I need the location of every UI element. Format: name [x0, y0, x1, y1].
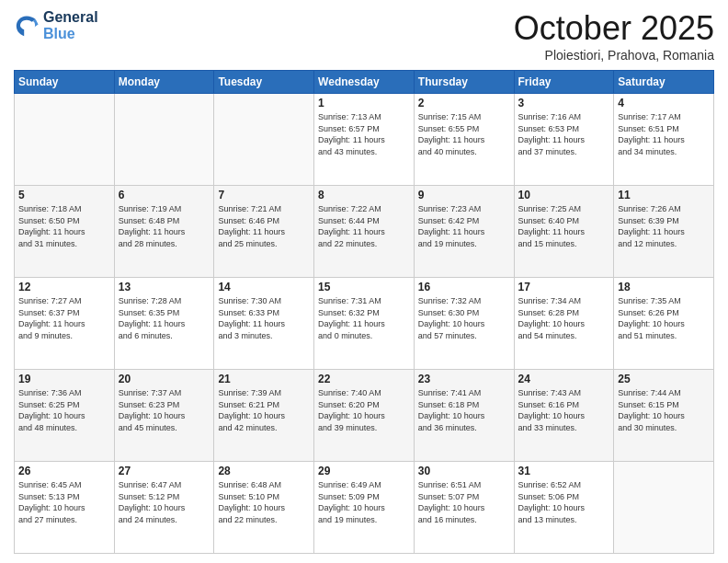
day-number: 16 [418, 281, 510, 293]
day-number: 12 [18, 281, 110, 293]
day-number: 17 [518, 281, 610, 293]
day-number: 1 [318, 97, 410, 109]
table-row: 2Sunrise: 7:15 AM Sunset: 6:55 PM Daylig… [414, 94, 514, 186]
table-row: 28Sunrise: 6:48 AM Sunset: 5:10 PM Dayli… [214, 462, 314, 554]
day-info: Sunrise: 7:19 AM Sunset: 6:48 PM Dayligh… [119, 203, 210, 249]
day-info: Sunrise: 7:23 AM Sunset: 6:42 PM Dayligh… [418, 203, 510, 249]
table-row [214, 94, 314, 186]
day-info: Sunrise: 7:39 AM Sunset: 6:21 PM Dayligh… [218, 387, 310, 433]
table-row: 14Sunrise: 7:30 AM Sunset: 6:33 PM Dayli… [214, 278, 314, 370]
table-row: 26Sunrise: 6:45 AM Sunset: 5:13 PM Dayli… [15, 462, 115, 554]
calendar-week-row: 12Sunrise: 7:27 AM Sunset: 6:37 PM Dayli… [15, 278, 714, 370]
day-info: Sunrise: 7:37 AM Sunset: 6:23 PM Dayligh… [119, 387, 210, 433]
day-number: 3 [518, 97, 610, 109]
day-number: 15 [318, 281, 410, 293]
day-number: 13 [119, 281, 210, 293]
table-row: 22Sunrise: 7:40 AM Sunset: 6:20 PM Dayli… [314, 370, 415, 462]
table-row: 20Sunrise: 7:37 AM Sunset: 6:23 PM Dayli… [114, 370, 214, 462]
day-number: 22 [318, 373, 410, 385]
table-row: 5Sunrise: 7:18 AM Sunset: 6:50 PM Daylig… [15, 186, 115, 278]
day-number: 20 [119, 373, 210, 385]
day-info: Sunrise: 7:43 AM Sunset: 6:16 PM Dayligh… [518, 387, 610, 433]
day-number: 27 [119, 465, 210, 477]
table-row: 1Sunrise: 7:13 AM Sunset: 6:57 PM Daylig… [314, 94, 415, 186]
table-row: 3Sunrise: 7:16 AM Sunset: 6:53 PM Daylig… [514, 94, 614, 186]
day-number: 29 [318, 465, 410, 477]
col-thursday: Thursday [414, 71, 514, 94]
logo-text: General Blue [43, 9, 98, 41]
table-row: 11Sunrise: 7:26 AM Sunset: 6:39 PM Dayli… [614, 186, 714, 278]
day-info: Sunrise: 7:36 AM Sunset: 6:25 PM Dayligh… [18, 387, 110, 433]
day-number: 30 [418, 465, 510, 477]
day-info: Sunrise: 7:44 AM Sunset: 6:15 PM Dayligh… [618, 387, 710, 433]
day-number: 19 [18, 373, 110, 385]
calendar-week-row: 26Sunrise: 6:45 AM Sunset: 5:13 PM Dayli… [15, 462, 714, 554]
calendar-week-row: 1Sunrise: 7:13 AM Sunset: 6:57 PM Daylig… [15, 94, 714, 186]
table-row [114, 94, 214, 186]
col-sunday: Sunday [15, 71, 115, 94]
table-row: 6Sunrise: 7:19 AM Sunset: 6:48 PM Daylig… [114, 186, 214, 278]
day-info: Sunrise: 6:52 AM Sunset: 5:06 PM Dayligh… [518, 479, 610, 525]
table-row: 21Sunrise: 7:39 AM Sunset: 6:21 PM Dayli… [214, 370, 314, 462]
table-row: 30Sunrise: 6:51 AM Sunset: 5:07 PM Dayli… [414, 462, 514, 554]
day-number: 6 [119, 189, 210, 201]
table-row: 7Sunrise: 7:21 AM Sunset: 6:46 PM Daylig… [214, 186, 314, 278]
day-number: 14 [218, 281, 310, 293]
logo-line1: General [43, 9, 98, 26]
day-info: Sunrise: 6:51 AM Sunset: 5:07 PM Dayligh… [418, 479, 510, 525]
calendar-week-row: 5Sunrise: 7:18 AM Sunset: 6:50 PM Daylig… [15, 186, 714, 278]
table-row: 4Sunrise: 7:17 AM Sunset: 6:51 PM Daylig… [614, 94, 714, 186]
day-info: Sunrise: 7:13 AM Sunset: 6:57 PM Dayligh… [318, 111, 410, 157]
table-row: 27Sunrise: 6:47 AM Sunset: 5:12 PM Dayli… [114, 462, 214, 554]
calendar-header-row: Sunday Monday Tuesday Wednesday Thursday… [15, 71, 714, 94]
day-number: 23 [418, 373, 510, 385]
day-number: 21 [218, 373, 310, 385]
day-info: Sunrise: 7:30 AM Sunset: 6:33 PM Dayligh… [218, 295, 310, 341]
day-number: 18 [618, 281, 710, 293]
table-row: 17Sunrise: 7:34 AM Sunset: 6:28 PM Dayli… [514, 278, 614, 370]
day-info: Sunrise: 7:17 AM Sunset: 6:51 PM Dayligh… [618, 111, 710, 157]
table-row: 25Sunrise: 7:44 AM Sunset: 6:15 PM Dayli… [614, 370, 714, 462]
table-row: 24Sunrise: 7:43 AM Sunset: 6:16 PM Dayli… [514, 370, 614, 462]
table-row: 18Sunrise: 7:35 AM Sunset: 6:26 PM Dayli… [614, 278, 714, 370]
day-info: Sunrise: 6:48 AM Sunset: 5:10 PM Dayligh… [218, 479, 310, 525]
day-number: 4 [618, 97, 710, 109]
table-row: 31Sunrise: 6:52 AM Sunset: 5:06 PM Dayli… [514, 462, 614, 554]
day-info: Sunrise: 7:21 AM Sunset: 6:46 PM Dayligh… [218, 203, 310, 249]
logo-line2: Blue [43, 26, 98, 42]
day-number: 10 [518, 189, 610, 201]
day-info: Sunrise: 7:32 AM Sunset: 6:30 PM Dayligh… [418, 295, 510, 341]
col-wednesday: Wednesday [314, 71, 415, 94]
day-number: 7 [218, 189, 310, 201]
day-info: Sunrise: 6:47 AM Sunset: 5:12 PM Dayligh… [119, 479, 210, 525]
table-row [15, 94, 115, 186]
table-row: 10Sunrise: 7:25 AM Sunset: 6:40 PM Dayli… [514, 186, 614, 278]
month-title: October 2025 [514, 9, 714, 48]
day-info: Sunrise: 7:25 AM Sunset: 6:40 PM Dayligh… [518, 203, 610, 249]
table-row: 13Sunrise: 7:28 AM Sunset: 6:35 PM Dayli… [114, 278, 214, 370]
table-row: 9Sunrise: 7:23 AM Sunset: 6:42 PM Daylig… [414, 186, 514, 278]
day-number: 9 [418, 189, 510, 201]
day-info: Sunrise: 7:28 AM Sunset: 6:35 PM Dayligh… [119, 295, 210, 341]
day-info: Sunrise: 7:35 AM Sunset: 6:26 PM Dayligh… [618, 295, 710, 341]
day-info: Sunrise: 7:22 AM Sunset: 6:44 PM Dayligh… [318, 203, 410, 249]
day-info: Sunrise: 7:27 AM Sunset: 6:37 PM Dayligh… [18, 295, 110, 341]
day-info: Sunrise: 6:49 AM Sunset: 5:09 PM Dayligh… [318, 479, 410, 525]
header: General Blue October 2025 Ploiestiori, P… [14, 9, 714, 63]
table-row: 15Sunrise: 7:31 AM Sunset: 6:32 PM Dayli… [314, 278, 415, 370]
day-info: Sunrise: 7:18 AM Sunset: 6:50 PM Dayligh… [18, 203, 110, 249]
calendar-table: Sunday Monday Tuesday Wednesday Thursday… [14, 70, 714, 554]
title-block: October 2025 Ploiestiori, Prahova, Roman… [514, 9, 714, 63]
col-monday: Monday [114, 71, 214, 94]
col-friday: Friday [514, 71, 614, 94]
table-row: 23Sunrise: 7:41 AM Sunset: 6:18 PM Dayli… [414, 370, 514, 462]
day-info: Sunrise: 7:40 AM Sunset: 6:20 PM Dayligh… [318, 387, 410, 433]
location-subtitle: Ploiestiori, Prahova, Romania [514, 48, 714, 63]
table-row: 19Sunrise: 7:36 AM Sunset: 6:25 PM Dayli… [15, 370, 115, 462]
table-row: 8Sunrise: 7:22 AM Sunset: 6:44 PM Daylig… [314, 186, 415, 278]
calendar-week-row: 19Sunrise: 7:36 AM Sunset: 6:25 PM Dayli… [15, 370, 714, 462]
table-row: 12Sunrise: 7:27 AM Sunset: 6:37 PM Dayli… [15, 278, 115, 370]
logo: General Blue [14, 9, 98, 41]
table-row [614, 462, 714, 554]
day-number: 26 [18, 465, 110, 477]
